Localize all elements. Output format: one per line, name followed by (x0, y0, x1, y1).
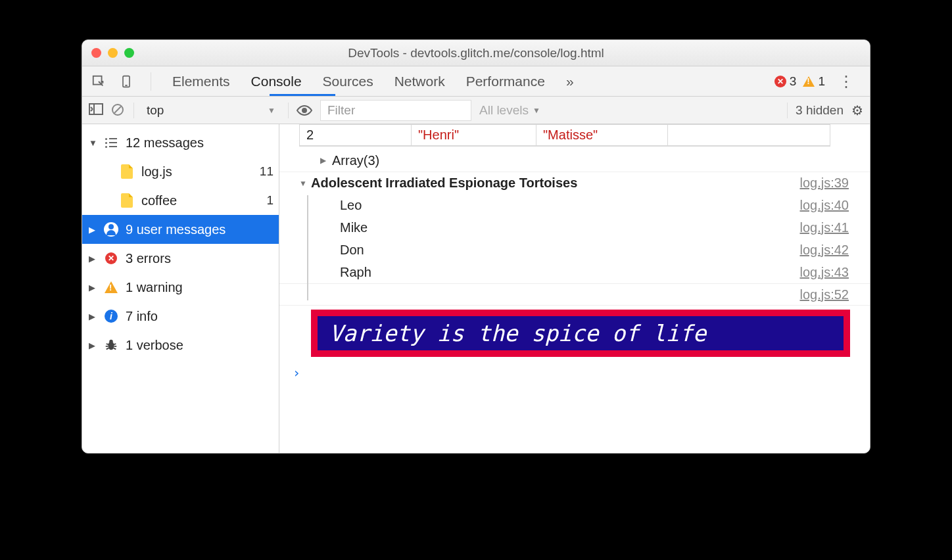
sidebar-messages[interactable]: ▼ 12 messages (82, 128, 279, 157)
file-name: log.js (141, 164, 172, 179)
device-icon[interactable] (119, 74, 133, 89)
sidebar-verbose[interactable]: ▶ 1 verbose (82, 331, 279, 360)
filter-input[interactable]: Filter (320, 100, 471, 121)
source-link[interactable]: log.js:39 (800, 175, 849, 191)
separator (151, 72, 151, 91)
sidebar-label: 3 errors (126, 251, 171, 266)
console-prompt[interactable]: › (279, 357, 870, 381)
tab-elements[interactable]: Elements (168, 74, 234, 89)
console-sidebar: ▼ 12 messages log.js 11 coffee 1 ▶ 9 use… (82, 124, 279, 453)
console-toolbar: top ▼ Filter All levels ▼ 3 hidden ⚙ (82, 97, 870, 124)
info-icon: i (103, 308, 119, 324)
log-text: Mike (340, 220, 800, 235)
zoom-icon[interactable] (124, 48, 134, 58)
list-icon (103, 135, 119, 151)
log-line: log.js:52 (279, 283, 870, 306)
array-label: Array(3) (332, 153, 870, 168)
hidden-messages[interactable]: 3 hidden (796, 103, 844, 118)
file-icon (119, 164, 135, 179)
log-text: Raph (340, 265, 800, 280)
array-summary[interactable]: ▶ Array(3) (279, 149, 870, 172)
chevron-down-icon: ▼ (89, 138, 99, 148)
svg-line-15 (114, 348, 116, 350)
warning-count-badge[interactable]: 1 (803, 74, 825, 89)
sidebar-label: 12 messages (126, 135, 204, 151)
svg-point-7 (302, 108, 306, 112)
gear-icon[interactable]: ⚙ (851, 103, 863, 118)
separator (787, 103, 788, 118)
minimize-icon[interactable] (108, 48, 118, 58)
console-output: 2 "Henri" "Matisse" ▶ Array(3) ▼ Adolesc… (279, 124, 870, 453)
styled-log-text: Variety is the spice of life (318, 316, 844, 350)
sidebar-label: 1 warning (126, 280, 183, 295)
chevron-right-icon: ▶ (89, 340, 99, 350)
context-selector[interactable]: top ▼ (142, 101, 280, 120)
close-icon[interactable] (91, 48, 101, 58)
log-line: Mike log.js:41 (279, 216, 870, 239)
table-row: 2 "Henri" "Matisse" (299, 124, 830, 147)
svg-line-14 (107, 348, 109, 350)
svg-point-9 (109, 340, 113, 344)
error-count-badge[interactable]: ✕ 3 (774, 74, 797, 89)
devtools-window: DevTools - devtools.glitch.me/console/lo… (82, 39, 870, 454)
chevron-right-icon: ▶ (89, 312, 99, 321)
error-icon: ✕ (774, 76, 786, 87)
separator (288, 103, 289, 118)
active-tab-indicator (270, 94, 335, 96)
clear-console-icon[interactable] (111, 103, 126, 118)
chevron-right-icon: ▶ (89, 254, 99, 264)
table-cell-empty (667, 124, 830, 146)
levels-label: All levels (479, 103, 529, 118)
log-levels-selector[interactable]: All levels ▼ (479, 103, 540, 118)
source-link[interactable]: log.js:40 (800, 198, 849, 213)
sidebar-label: 9 user messages (126, 222, 226, 237)
log-line: Don log.js:42 (279, 239, 870, 261)
warning-count: 1 (818, 74, 825, 89)
sidebar-info[interactable]: ▶ i 7 info (82, 302, 279, 331)
file-name: coffee (141, 193, 177, 208)
file-icon (119, 193, 135, 208)
log-line: Raph log.js:43 (279, 261, 870, 283)
window-title: DevTools - devtools.glitch.me/console/lo… (82, 46, 870, 60)
source-link[interactable]: log.js:41 (800, 220, 849, 235)
chevron-right-icon: ▶ (89, 283, 99, 292)
sidebar-warnings[interactable]: ▶ 1 warning (82, 273, 279, 302)
kebab-menu-icon[interactable]: ⋮ (832, 72, 861, 91)
inspect-icon[interactable] (91, 74, 106, 89)
chevron-down-icon: ▼ (299, 179, 311, 188)
live-expression-icon[interactable] (297, 105, 312, 116)
sidebar-label: 1 verbose (126, 338, 183, 353)
chevron-down-icon: ▼ (533, 106, 540, 115)
warning-icon (103, 279, 119, 295)
sidebar-file-logjs[interactable]: log.js 11 (82, 157, 279, 186)
sidebar-user-messages[interactable]: ▶ 9 user messages (82, 215, 279, 244)
chevron-down-icon: ▼ (268, 106, 275, 115)
tabs-overflow[interactable]: » (562, 74, 578, 89)
console-group-header[interactable]: ▼ Adolescent Irradiated Espionage Tortoi… (279, 172, 870, 194)
source-link[interactable]: log.js:52 (800, 287, 849, 302)
table-cell-index: 2 (299, 124, 411, 146)
person-icon (103, 222, 119, 237)
source-link[interactable]: log.js:42 (800, 243, 849, 258)
source-link[interactable]: log.js:43 (800, 265, 849, 280)
sidebar-errors[interactable]: ▶ ✕ 3 errors (82, 244, 279, 273)
svg-line-6 (114, 106, 121, 113)
file-count: 11 (260, 164, 274, 179)
sidebar-file-coffee[interactable]: coffee 1 (82, 186, 279, 215)
tab-console[interactable]: Console (247, 74, 306, 89)
tab-network[interactable]: Network (391, 74, 449, 89)
tab-sources[interactable]: Sources (319, 74, 377, 89)
styled-log: Variety is the spice of life (311, 310, 850, 357)
log-text: Don (340, 243, 800, 258)
context-value: top (147, 103, 164, 118)
separator (133, 103, 134, 118)
sidebar-toggle-icon[interactable] (89, 103, 103, 118)
file-count: 1 (266, 193, 274, 208)
error-count: 3 (790, 74, 797, 89)
group-indent-line (307, 195, 308, 300)
svg-line-11 (114, 344, 116, 344)
error-icon: ✕ (103, 250, 119, 266)
svg-rect-3 (89, 104, 103, 114)
tab-performance[interactable]: Performance (462, 74, 549, 89)
group-title: Adolescent Irradiated Espionage Tortoise… (311, 175, 800, 191)
